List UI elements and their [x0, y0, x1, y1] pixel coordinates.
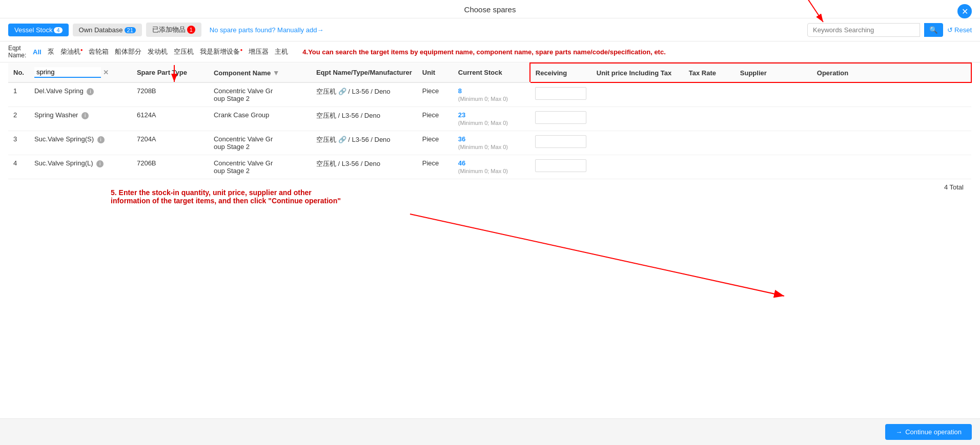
step5-line1: 5. Enter the stock-in quantity, unit pri…	[111, 188, 341, 197]
filter-tag-gearbox[interactable]: 齿轮箱	[87, 46, 111, 57]
cell-name: Del.Valve Spring i	[29, 82, 132, 107]
step5-line2: information of the target items, and the…	[111, 197, 341, 205]
eqpt-filter-label: Eqpt Name:	[8, 45, 29, 59]
filter-tag-main-engine[interactable]: 主机	[273, 46, 290, 57]
filter-tag-hull[interactable]: 船体部分	[113, 46, 144, 57]
cell-unit-price	[591, 107, 684, 131]
no-spare-link[interactable]: No spare parts found? Manually add→	[210, 26, 324, 34]
bottom-bar: → Continue operation	[0, 418, 980, 445]
col-current-stock: Current Stock	[453, 63, 530, 82]
table-row: 4 Suc.Valve Spring(L) i 7206B Concentric…	[8, 155, 971, 179]
filter-tag-turbo[interactable]: 增压器	[247, 46, 271, 57]
col-spare-part-name: ✕	[29, 63, 132, 82]
cell-eqpt: 空压机 🔗 / L3-56 / Deno	[311, 131, 417, 155]
tab-own-database-count: 21	[125, 27, 136, 33]
cell-no: 1	[8, 82, 29, 107]
col-unit: Unit	[417, 63, 453, 82]
cell-operation	[812, 82, 971, 107]
cell-name: Suc.Valve Spring(L) i	[29, 155, 132, 179]
col-operation: Operation	[812, 63, 971, 82]
close-button[interactable]: ✕	[957, 4, 972, 18]
table-header-row: No. ✕ Spare Part Type Component Name ▼ E…	[8, 63, 971, 82]
filter-tag-diesel[interactable]: 柴油机●	[58, 46, 85, 57]
cell-name: Spring Washer i	[29, 107, 132, 131]
table-wrap: No. ✕ Spare Part Type Component Name ▼ E…	[0, 62, 980, 179]
cell-stock: 23 (Minimum 0; Max 0)	[453, 107, 530, 131]
tab-vessel-stock-count: 4	[54, 27, 62, 33]
cell-stock: 46 (Minimum 0; Max 0)	[453, 155, 530, 179]
title-bar: Choose spares ✕	[0, 0, 980, 18]
cell-unit: Piece	[417, 107, 453, 131]
top-bar: Vessel Stock4 Own Database21 已添加物品1 No s…	[0, 18, 980, 41]
cell-type: 7204A	[132, 131, 209, 155]
close-icon: ✕	[962, 7, 968, 16]
filter-tag-pumps[interactable]: 泵	[46, 46, 56, 57]
page-title: Choose spares	[464, 5, 516, 14]
tab-own-database[interactable]: Own Database21	[73, 24, 142, 36]
cell-no: 3	[8, 131, 29, 155]
cell-unit-price	[591, 155, 684, 179]
tab-vessel-stock-label: Vessel Stock	[14, 26, 52, 34]
cell-unit: Piece	[417, 82, 453, 107]
tab-added-items[interactable]: 已添加物品1	[146, 23, 201, 37]
continue-operation-button[interactable]: → Continue operation	[885, 424, 972, 440]
cell-receiving	[530, 131, 591, 155]
cell-operation	[812, 131, 971, 155]
col-spare-part-type: Spare Part Type	[132, 63, 209, 82]
continue-arrow-icon: →	[895, 428, 902, 436]
cell-stock: 8 (Minimum 0; Max 0)	[453, 82, 530, 107]
cell-receiving	[530, 107, 591, 131]
col-eqpt-name: Eqpt Name/Type/Manufacturer	[311, 63, 417, 82]
receiving-input-1[interactable]	[535, 87, 586, 100]
cell-component: Concentric Valve Group Stage 2	[209, 131, 311, 155]
cell-supplier	[735, 82, 812, 107]
search-button[interactable]: 🔍	[924, 23, 943, 37]
component-filter-icon[interactable]: ▼	[273, 69, 280, 77]
cell-type: 6124A	[132, 107, 209, 131]
cell-unit-price	[591, 82, 684, 107]
cell-no: 2	[8, 107, 29, 131]
cell-stock: 36 (Minimum 0; Max 0)	[453, 131, 530, 155]
tab-added-badge: 1	[187, 26, 195, 34]
receiving-input-2[interactable]	[535, 111, 586, 124]
spare-name-input[interactable]	[34, 67, 101, 78]
reset-button[interactable]: ↺ Reset	[947, 26, 972, 34]
filter-tag-new-eqpt[interactable]: 我是新增设备●	[198, 46, 244, 57]
col-receiving: Receiving	[530, 63, 591, 82]
receiving-input-4[interactable]	[535, 159, 586, 172]
search-input[interactable]	[807, 23, 920, 37]
col-no: No.	[8, 63, 29, 82]
eqpt-link-icon[interactable]: 🔗	[338, 136, 346, 143]
cell-supplier	[735, 131, 812, 155]
filter-tag-all[interactable]: All	[31, 47, 44, 57]
col-unit-price: Unit price Including Tax	[591, 63, 684, 82]
cell-unit: Piece	[417, 131, 453, 155]
cell-component: Concentric Valve Group Stage 2	[209, 155, 311, 179]
filter-tag-engine[interactable]: 发动机	[146, 46, 170, 57]
clear-search-icon[interactable]: ✕	[103, 69, 109, 76]
step5-arrow-svg	[0, 209, 980, 301]
info-icon: i	[96, 160, 104, 167]
cell-type: 7206B	[132, 155, 209, 179]
cell-operation	[812, 107, 971, 131]
cell-receiving	[530, 155, 591, 179]
tab-vessel-stock[interactable]: Vessel Stock4	[8, 24, 69, 36]
search-icon: 🔍	[929, 26, 938, 34]
info-icon: i	[97, 136, 105, 143]
step4-annotation: 4.You can search the target items by equ…	[302, 48, 665, 56]
spare-parts-table: No. ✕ Spare Part Type Component Name ▼ E…	[8, 62, 972, 179]
tab-own-database-label: Own Database	[79, 26, 123, 34]
receiving-input-3[interactable]	[535, 135, 586, 148]
col-component-name: Component Name ▼	[209, 63, 311, 82]
cell-tax-rate	[684, 155, 735, 179]
cell-tax-rate	[684, 107, 735, 131]
col-supplier: Supplier	[735, 63, 812, 82]
cell-tax-rate	[684, 82, 735, 107]
eqpt-link-icon[interactable]: 🔗	[338, 88, 346, 95]
cell-type: 7208B	[132, 82, 209, 107]
cell-eqpt: 空压机 / L3-56 / Deno	[311, 155, 417, 179]
cell-unit-price	[591, 131, 684, 155]
filter-tag-aircomp[interactable]: 空压机	[172, 46, 196, 57]
table-row: 3 Suc.Valve Spring(S) i 7204A Concentric…	[8, 131, 971, 155]
step5-arrow-area	[0, 209, 980, 301]
